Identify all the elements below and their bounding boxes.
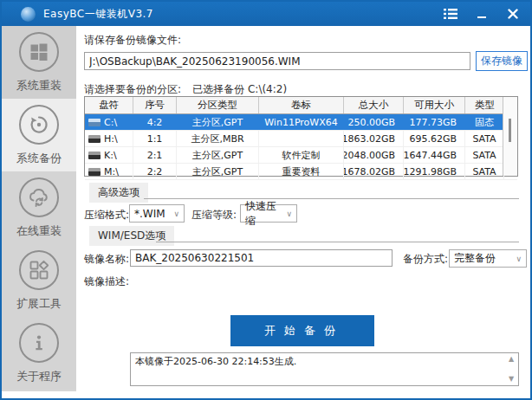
cell-total-size: 2048.00GB: [344, 147, 404, 163]
scrollbar-thumb[interactable]: [509, 119, 511, 142]
sidebar-item-label: 关于程序: [16, 369, 62, 384]
chevron-down-icon: ∨: [516, 255, 522, 263]
partition-selected-value: 已选择备份 C:\(4:2): [192, 83, 287, 95]
app-window: EasyBC一键装机V3.7 系统重装 系统备份: [0, 0, 532, 400]
wim-esd-group-line: [156, 242, 519, 242]
sidebar-item-label: 系统备份: [16, 151, 62, 166]
table-row[interactable]: H:\ 1:1 主分区,MBR 1863.02GB 695.62GB SATA: [85, 131, 517, 147]
partition-select-row: 请选择要备份的分区: 已选择备份 C:\(4:2): [84, 80, 287, 97]
cell-index: 4:2: [133, 114, 177, 130]
sidebar-item-label: 扩展工具: [16, 296, 62, 312]
backup-mode-select[interactable]: 完整备份∨: [449, 249, 527, 268]
table-row[interactable]: K:\ 2:1 主分区,GPT 软件定制 2048.00GB 1647.44GB…: [85, 147, 517, 164]
windows-icon: [19, 32, 59, 72]
sidebar-item-system-backup[interactable]: 系统备份: [2, 99, 76, 171]
compress-format-value: *.WIM: [134, 208, 165, 220]
partition-table: 盘符 序号 分区类型 卷标 总大小 可用大小 类型 C:\ 4:2 主分区,GP…: [84, 96, 518, 177]
table-row[interactable]: C:\ 4:2 主分区,GPT Win11ProWX64 250.00GB 17…: [85, 114, 517, 131]
minimize-icon[interactable]: [473, 5, 490, 23]
cell-volume-label: [259, 131, 344, 146]
cell-total-size: 1678.02GB: [344, 164, 404, 179]
window-title: EasyBC一键装机V3.7: [43, 7, 153, 22]
start-backup-button[interactable]: 开始备份: [230, 315, 374, 346]
sidebar-item-extension-tools[interactable]: 扩展工具: [2, 244, 76, 317]
cell-volume-label: 重要资料: [259, 164, 344, 179]
disk-icon: [88, 135, 101, 143]
tab-wim-esd-options[interactable]: WIM/ESD选项: [89, 226, 174, 246]
cell-drive: M:\: [104, 166, 119, 177]
table-header-row: 盘符 序号 分区类型 卷标 总大小 可用大小 类型: [85, 97, 517, 114]
cell-partition-type: 主分区,MBR: [177, 131, 259, 146]
disk-icon: [88, 119, 101, 126]
save-image-label: 请保存备份镜像文件:: [84, 33, 181, 48]
image-desc-text: 本镜像于2025-06-30 22:14:53生成.: [135, 356, 296, 367]
col-header-disk-type[interactable]: 类型: [465, 97, 504, 113]
compress-format-label: 压缩格式:: [84, 208, 129, 223]
main-panel: 请保存备份镜像文件: 保存镜像 请选择要备份的分区: 已选择备份 C:\(4:2…: [76, 26, 530, 398]
cell-index: 2:1: [133, 147, 177, 163]
disk-icon: [88, 152, 101, 159]
cell-partition-type: 主分区,GPT: [177, 114, 259, 130]
titlebar: EasyBC一键装机V3.7: [2, 2, 530, 28]
chevron-down-icon: ∨: [173, 210, 179, 218]
cell-disk-type: SATA: [465, 131, 504, 146]
compress-format-select[interactable]: *.WIM∨: [129, 204, 185, 223]
cell-drive: H:\: [104, 133, 118, 145]
table-scrollbar[interactable]: [503, 97, 517, 176]
save-image-button[interactable]: 保存镜像: [476, 51, 528, 71]
partition-select-label: 请选择要备份的分区:: [84, 83, 181, 95]
cell-free-size: 1647.44GB: [404, 147, 465, 163]
tab-advanced-options[interactable]: 高级选项: [89, 183, 148, 203]
cell-total-size: 1863.02GB: [344, 131, 404, 146]
tools-grid-icon: [19, 250, 59, 290]
sidebar-item-label: 系统重装: [16, 78, 62, 94]
cell-total-size: 250.00GB: [344, 114, 404, 130]
info-icon: [19, 323, 59, 363]
cell-volume-label: 软件定制: [259, 147, 344, 163]
col-header-total-size[interactable]: 总大小: [344, 97, 404, 113]
col-header-volume-label[interactable]: 卷标: [259, 97, 344, 113]
cell-drive: K:\: [104, 150, 117, 161]
col-header-index[interactable]: 序号: [133, 97, 177, 113]
col-header-free-size[interactable]: 可用大小: [404, 97, 465, 113]
close-icon[interactable]: [504, 5, 522, 23]
image-desc-textarea[interactable]: 本镜像于2025-06-30 22:14:53生成. ▲▼: [130, 352, 519, 386]
col-header-partition-type[interactable]: 分区类型: [177, 97, 259, 113]
cell-disk-type: SATA: [465, 164, 504, 179]
cloud-sync-icon: [19, 177, 59, 217]
cell-partition-type: 主分区,GPT: [177, 147, 259, 163]
chevron-down-icon: ∨: [286, 210, 292, 218]
cell-disk-type: SATA: [465, 147, 504, 163]
image-desc-label: 镜像描述:: [84, 274, 129, 289]
cell-partition-type: 主分区,GPT: [177, 164, 259, 179]
sidebar-item-about[interactable]: 关于程序: [2, 317, 76, 390]
cell-volume-label: Win11ProWX64: [259, 114, 344, 130]
sidebar-item-online-reinstall[interactable]: 在线重装: [2, 171, 76, 244]
cell-index: 1:1: [133, 131, 177, 146]
window-controls: [442, 5, 522, 23]
image-name-label: 镜像名称:: [84, 252, 129, 267]
arrow-down-icon[interactable]: ▼: [509, 376, 514, 383]
col-header-drive[interactable]: 盘符: [85, 97, 133, 113]
image-name-input[interactable]: [130, 249, 393, 267]
cell-free-size: 1291.98GB: [404, 164, 465, 179]
textarea-scroll-arrows[interactable]: ▲▼: [506, 356, 516, 383]
sidebar-item-label: 在线重装: [16, 223, 62, 239]
cell-disk-type: 固态: [465, 114, 504, 130]
sidebar-item-system-reinstall[interactable]: 系统重装: [2, 26, 76, 99]
cell-index: 2:2: [133, 164, 177, 179]
app-logo-icon: [21, 7, 36, 22]
cell-free-size: 177.73GB: [404, 114, 465, 130]
compress-level-label: 压缩等级:: [191, 208, 237, 223]
arrow-up-icon[interactable]: ▲: [509, 356, 514, 363]
backup-mode-value: 完整备份: [454, 251, 496, 266]
cell-free-size: 695.62GB: [404, 131, 465, 146]
backup-mode-label: 备份方式:: [403, 252, 448, 267]
table-row[interactable]: M:\ 2:2 主分区,GPT 重要资料 1678.02GB 1291.98GB…: [85, 164, 517, 180]
menu-icon[interactable]: [442, 5, 459, 23]
cell-drive: C:\: [104, 117, 117, 128]
compress-level-select[interactable]: 快速压缩∨: [240, 204, 297, 223]
advanced-group-line: [144, 198, 519, 199]
restore-icon: [19, 105, 59, 145]
image-path-input[interactable]: [84, 52, 470, 70]
